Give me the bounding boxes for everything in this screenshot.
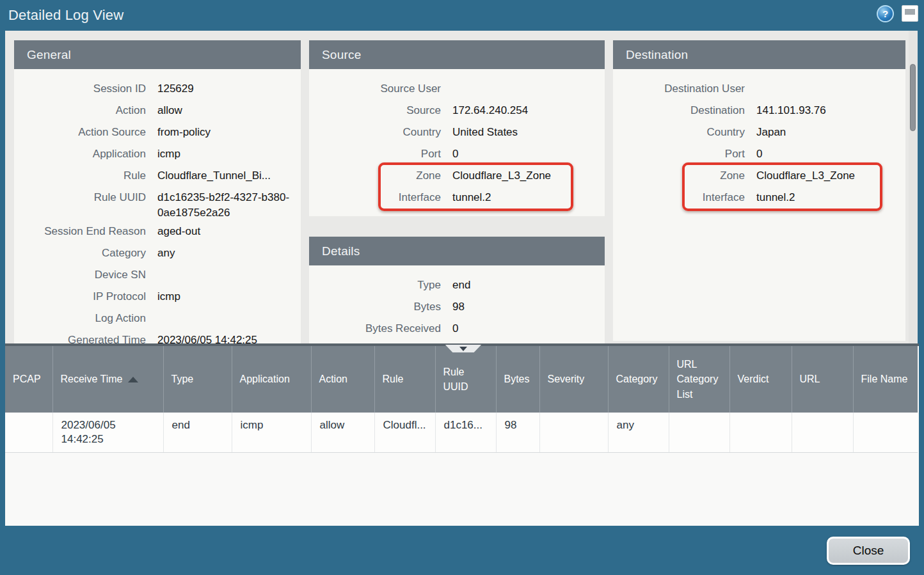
field-label: Generated Time bbox=[19, 333, 146, 343]
panel-details: Details Typeend Bytes98 Bytes Received0 bbox=[309, 237, 605, 343]
field-label: Source bbox=[314, 103, 441, 122]
log-table: PCAP Receive Time Type Application Actio… bbox=[5, 346, 918, 453]
field-row-rule-uuid: Rule UUIDd1c16235-b2f2-4327-b380-0ae1875… bbox=[19, 187, 296, 221]
field-label: Bytes bbox=[314, 299, 441, 318]
field-value: allow bbox=[157, 103, 296, 122]
field-row-category: Categoryany bbox=[19, 242, 296, 264]
field-row-source-interface: Interfacetunnel.2 bbox=[314, 187, 600, 209]
field-label: Zone bbox=[618, 168, 745, 187]
column-header-verdict[interactable]: Verdict bbox=[729, 346, 792, 413]
cell-severity bbox=[539, 413, 608, 453]
column-header-pcap[interactable]: PCAP bbox=[5, 346, 52, 413]
field-value: 0 bbox=[452, 321, 591, 340]
field-label: Bytes Received bbox=[314, 321, 441, 340]
cell-pcap bbox=[5, 413, 52, 453]
field-label: Type bbox=[314, 278, 441, 296]
column-header-url-category-list[interactable]: URL Category List bbox=[669, 346, 729, 413]
scrollbar-thumb[interactable] bbox=[910, 64, 916, 131]
field-label: Country bbox=[618, 125, 745, 143]
field-row-source: Source172.64.240.254 bbox=[314, 100, 600, 122]
column-header-type[interactable]: Type bbox=[163, 346, 232, 413]
field-value: d1c16235-b2f2-4327-b380-0ae1875e2a26 bbox=[157, 190, 296, 221]
panel-destination-body: Destination User Destination141.101.93.7… bbox=[613, 69, 905, 212]
question-mark-glyph: ? bbox=[882, 8, 888, 19]
field-value: 125629 bbox=[157, 81, 296, 100]
field-row-destination-user: Destination User bbox=[618, 78, 900, 100]
window-restore-icon[interactable] bbox=[902, 5, 918, 22]
field-label: IP Protocol bbox=[19, 289, 146, 308]
panel-details-header: Details bbox=[309, 237, 605, 265]
field-row-ip-protocol: IP Protocolicmp bbox=[19, 286, 296, 308]
field-label: Action bbox=[19, 103, 146, 122]
field-value: tunnel.2 bbox=[452, 190, 591, 209]
field-label: Port bbox=[618, 146, 745, 165]
table-header-row: PCAP Receive Time Type Application Actio… bbox=[5, 346, 918, 413]
field-row-rule: RuleCloudflare_Tunnel_Bi... bbox=[19, 165, 296, 187]
field-value: icmp bbox=[157, 289, 296, 308]
field-row-log-action: Log Action bbox=[19, 308, 296, 329]
field-label: Destination User bbox=[618, 81, 745, 100]
field-row-destination-interface: Interfacetunnel.2 bbox=[618, 187, 900, 209]
column-header-severity[interactable]: Severity bbox=[539, 346, 608, 413]
field-value: Cloudflare_Tunnel_Bi... bbox=[157, 168, 296, 187]
field-row-type: Typeend bbox=[314, 274, 600, 296]
column-header-rule-uuid[interactable]: Rule UUID bbox=[435, 346, 496, 413]
help-icon[interactable]: ? bbox=[877, 5, 894, 22]
cell-type: end bbox=[163, 413, 232, 453]
cell-category: any bbox=[608, 413, 669, 453]
field-row-action-source: Action Sourcefrom-policy bbox=[19, 122, 296, 143]
field-label: Rule bbox=[19, 168, 146, 187]
field-value: 141.101.93.76 bbox=[756, 103, 895, 122]
field-row-source-zone: ZoneCloudflare_L3_Zone bbox=[314, 165, 600, 187]
field-value: United States bbox=[452, 125, 591, 143]
cell-file-name bbox=[853, 413, 918, 453]
field-value: aged-out bbox=[157, 224, 296, 242]
panel-destination-header: Destination bbox=[613, 40, 905, 69]
field-row-application: Applicationicmp bbox=[19, 143, 296, 165]
field-row-session-id: Session ID125629 bbox=[19, 78, 296, 100]
column-header-category[interactable]: Category bbox=[608, 346, 669, 413]
field-row-destination-country: CountryJapan bbox=[618, 122, 900, 143]
column-header-action[interactable]: Action bbox=[311, 346, 374, 413]
field-label: Device SN bbox=[19, 267, 146, 286]
field-value: Cloudflare_L3_Zone bbox=[756, 168, 895, 187]
sort-ascending-icon bbox=[128, 377, 138, 382]
column-header-application[interactable]: Application bbox=[232, 346, 311, 413]
cell-rule-uuid: d1c16... bbox=[435, 413, 496, 453]
cell-bytes: 98 bbox=[496, 413, 539, 453]
field-label: Source User bbox=[314, 81, 441, 100]
field-row-bytes-received: Bytes Received0 bbox=[314, 318, 600, 340]
column-header-url[interactable]: URL bbox=[792, 346, 853, 413]
column-header-label: Receive Time bbox=[61, 372, 123, 386]
panel-general: General Session ID125629 Actionallow Act… bbox=[14, 40, 301, 343]
field-value bbox=[157, 267, 296, 286]
field-label: Category bbox=[19, 246, 146, 264]
field-value: 98 bbox=[452, 299, 591, 318]
column-header-rule[interactable]: Rule bbox=[374, 346, 435, 413]
field-row-device-sn: Device SN bbox=[19, 264, 296, 286]
column-header-file-name[interactable]: File Name bbox=[853, 346, 918, 413]
cell-url bbox=[792, 413, 853, 453]
log-table-section: PCAP Receive Time Type Application Actio… bbox=[5, 343, 919, 526]
field-label: Zone bbox=[314, 168, 441, 187]
column-header-bytes[interactable]: Bytes bbox=[496, 346, 539, 413]
field-label: Interface bbox=[314, 190, 441, 209]
field-value bbox=[452, 81, 591, 100]
cell-action: allow bbox=[311, 413, 374, 453]
field-row-destination-zone: ZoneCloudflare_L3_Zone bbox=[618, 165, 900, 187]
dialog-titlebar: Detailed Log View ? bbox=[0, 0, 924, 31]
field-label: Rule UUID bbox=[19, 190, 146, 221]
field-value: 0 bbox=[756, 146, 895, 165]
log-detail-section: General Session ID125629 Actionallow Act… bbox=[5, 31, 918, 343]
close-button[interactable]: Close bbox=[827, 537, 910, 565]
table-row[interactable]: 2023/06/05 14:42:25 end icmp allow Cloud… bbox=[5, 413, 918, 453]
field-value: Cloudflare_L3_Zone bbox=[452, 168, 591, 187]
field-row-action: Actionallow bbox=[19, 100, 296, 122]
field-label: Interface bbox=[618, 190, 745, 209]
scrollbar-track[interactable] bbox=[909, 31, 917, 343]
field-label: Log Action bbox=[19, 311, 146, 329]
field-value: Japan bbox=[756, 125, 895, 143]
column-header-receive-time[interactable]: Receive Time bbox=[52, 346, 163, 413]
field-label: Port bbox=[314, 146, 441, 165]
field-value: 2023/06/05 14:42:25 bbox=[157, 333, 296, 343]
